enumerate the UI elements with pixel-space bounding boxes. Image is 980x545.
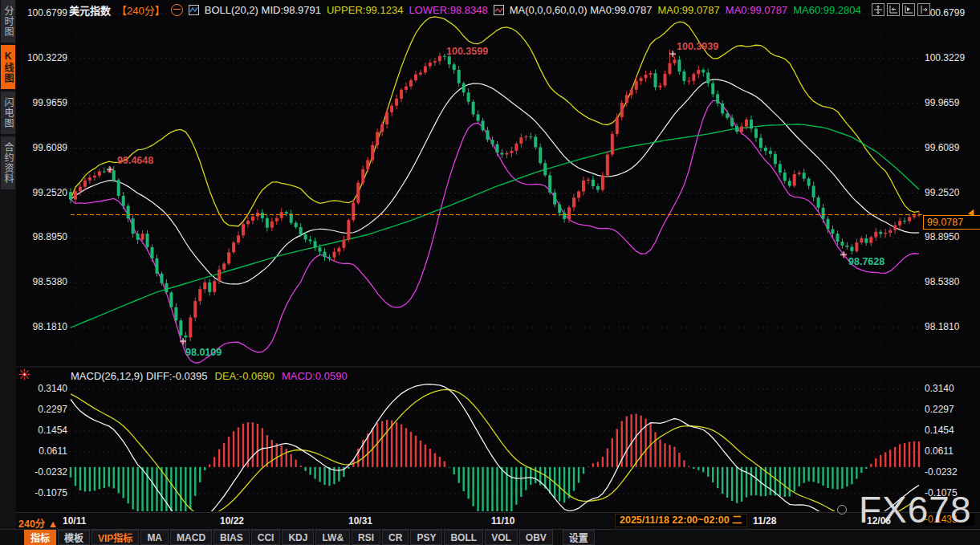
toolbar-tab-vip-indicators[interactable]: VIP指标 bbox=[91, 530, 139, 545]
toolbar-tab-settings[interactable]: 设置 bbox=[563, 530, 595, 545]
price-axis-label: 100.3229 bbox=[925, 52, 965, 63]
toolbar-tab-macd[interactable]: MACD bbox=[170, 530, 212, 545]
toolbar-tab-ma[interactable]: MA bbox=[140, 530, 169, 545]
macd-axis-label: -0.0232 bbox=[21, 466, 67, 478]
annotation-high-3: 100.3939 bbox=[677, 41, 718, 52]
toolbar-tab-boll[interactable]: BOLL bbox=[444, 530, 483, 545]
ma0-magenta-value: MA0:99.0787 bbox=[726, 4, 787, 16]
date-tick: 11/28 bbox=[753, 515, 776, 527]
toolbar-tab-templates[interactable]: 模板 bbox=[58, 530, 90, 545]
sidebar-tab-contract-info[interactable]: 合约资料 bbox=[1, 136, 15, 189]
macd-axis-label: 0.1454 bbox=[21, 425, 67, 436]
toolbar-tab-psy[interactable]: PSY bbox=[410, 530, 442, 545]
price-axis-label: 98.8950 bbox=[925, 231, 959, 242]
macd-axis-label: 0.3140 bbox=[925, 383, 954, 394]
price-axis-label: 100.6799 bbox=[21, 7, 67, 18]
macd-axis-label: 0.0611 bbox=[925, 445, 954, 457]
date-tick: 10/22 bbox=[220, 515, 244, 527]
toolbar-tab-indicators[interactable]: 指标 bbox=[24, 530, 56, 545]
macd-axis-label: 0.3140 bbox=[21, 383, 67, 394]
annotation-low-1: 98.0109 bbox=[185, 347, 222, 358]
price-axis-label: 98.8950 bbox=[21, 231, 67, 242]
price-axis-label: 98.5380 bbox=[925, 276, 959, 287]
sidebar-tab-flash-chart[interactable]: 闪电图 bbox=[1, 92, 15, 134]
boll-indicator-icon[interactable] bbox=[189, 5, 199, 15]
price-axis-label: 99.6089 bbox=[21, 142, 67, 153]
macd-axis-label: -0.0232 bbox=[925, 466, 958, 478]
price-axis-label: 99.2520 bbox=[21, 187, 67, 198]
price-axis-label: 99.2520 bbox=[925, 187, 959, 198]
price-axis-label: 100.6799 bbox=[925, 7, 965, 18]
indicator-header: 美元指数 【240分】 BOLL(20,2) MID:98.9791 UPPER… bbox=[69, 2, 861, 17]
crosshair-date-readout: 2025/11/18 22:00~02:00 二 bbox=[615, 514, 747, 527]
toolbar-tab-vol[interactable]: VOL bbox=[485, 530, 518, 545]
price-axis-label: 99.9659 bbox=[925, 97, 959, 108]
boll-lower-value: LOWER:98.8348 bbox=[409, 4, 487, 16]
sidebar-tab-label: 分时图 bbox=[2, 6, 14, 37]
macd-axis-label: 0.1454 bbox=[925, 425, 954, 436]
macd-params: MACD(26,12,9) DIFF:-0.0395 bbox=[71, 370, 208, 382]
ma0-yellow-value: MA0:99.0787 bbox=[657, 4, 719, 16]
macd-value: MACD:0.0590 bbox=[282, 370, 348, 382]
zoom-fit-icon[interactable] bbox=[887, 3, 900, 16]
price-axis-label: 100.3229 bbox=[21, 52, 67, 63]
price-chart-canvas[interactable] bbox=[0, 0, 980, 545]
sidebar-tab-time-chart[interactable]: 分时图 bbox=[1, 0, 15, 43]
price-axis-label: 99.9659 bbox=[21, 97, 67, 108]
macd-axis-label: 0.0611 bbox=[21, 445, 67, 457]
sidebar-tab-label: 合约资料 bbox=[2, 142, 14, 184]
symbol-name: 美元指数 bbox=[69, 2, 111, 18]
date-tick: 10/31 bbox=[348, 515, 372, 527]
ma-label: MA(0,0,0,60,0,0) MA0:99.0787 bbox=[510, 4, 653, 16]
period-tag[interactable]: 【240分】 bbox=[116, 2, 165, 18]
macd-axis-label: -0.1075 bbox=[21, 487, 67, 498]
zoom-out-icon[interactable] bbox=[171, 4, 183, 16]
date-tick: 10/11 bbox=[63, 515, 86, 527]
chart-nav-icons bbox=[872, 3, 930, 16]
price-axis-label: 98.1810 bbox=[21, 321, 67, 332]
annotation-high-1: 99.4648 bbox=[117, 155, 153, 166]
sidebar-tab-label: K线图 bbox=[2, 51, 14, 83]
step-forward-icon[interactable] bbox=[902, 3, 915, 16]
toolbar-tab-obv[interactable]: OBV bbox=[519, 530, 553, 545]
toolbar-tab-rsi[interactable]: RSI bbox=[352, 530, 380, 545]
macd-axis-label: 0.2297 bbox=[925, 404, 954, 415]
boll-upper-value: UPPER:99.1234 bbox=[327, 4, 403, 16]
date-tick: 11/10 bbox=[491, 515, 514, 527]
jump-to-end-icon[interactable] bbox=[917, 3, 930, 16]
alarm-icon[interactable] bbox=[18, 368, 30, 384]
toolbar-tab-bias[interactable]: BIAS bbox=[213, 530, 250, 545]
toolbar-tab-kdj[interactable]: KDJ bbox=[282, 530, 314, 545]
sidebar-tab-kline-chart[interactable]: K线图 bbox=[1, 45, 15, 89]
ma-indicator-icon[interactable] bbox=[494, 5, 504, 15]
price-axis-label: 98.5380 bbox=[21, 276, 67, 287]
toolbar-tab-cr[interactable]: CR bbox=[382, 530, 409, 545]
current-price-badge: 99.0787 bbox=[923, 215, 980, 230]
toolbar-tab-cci[interactable]: CCI bbox=[251, 530, 281, 545]
pan-icon[interactable] bbox=[872, 3, 884, 16]
chart-type-sidebar: 分时图 K线图 闪电图 合约资料 bbox=[0, 0, 16, 545]
price-axis-label: 99.6089 bbox=[925, 142, 959, 153]
toolbar-tab-lw[interactable]: LW& bbox=[315, 530, 350, 545]
ma60-value: MA60:99.2804 bbox=[793, 4, 861, 16]
annotation-low-2: 98.7628 bbox=[848, 256, 884, 267]
macd-header: MACD(26,12,9) DIFF:-0.0395 DEA:-0.0690 M… bbox=[71, 370, 348, 382]
cursor-ring-icon bbox=[837, 505, 847, 514]
dea-value: DEA:-0.0690 bbox=[215, 370, 274, 382]
sidebar-tab-label: 闪电图 bbox=[2, 97, 14, 128]
chart-application: 分时图 K线图 闪电图 合约资料 美元指数 【240分】 BOLL(20,2) … bbox=[0, 0, 980, 545]
annotation-high-2: 100.3599 bbox=[446, 46, 488, 57]
boll-label: BOLL(20,2) MID:98.9791 bbox=[205, 4, 321, 16]
price-axis-label: 98.1810 bbox=[925, 321, 959, 332]
watermark: FX678 bbox=[859, 488, 972, 531]
macd-axis-label: 0.2297 bbox=[21, 404, 67, 415]
indicator-toolbar: 指标 模板 VIP指标 MA MACD BIAS CCI KDJ LW& RSI… bbox=[0, 529, 980, 545]
